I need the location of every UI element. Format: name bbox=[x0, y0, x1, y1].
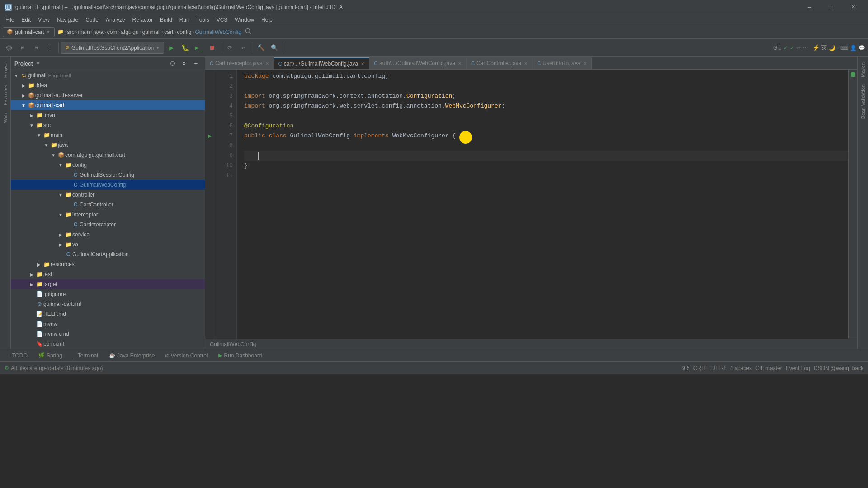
tree-item-test[interactable]: ▶ 📁 test bbox=[11, 269, 205, 279]
run-config-selector[interactable]: ⚙ GulimallTestSsoClient2Application ▼ bbox=[61, 42, 164, 54]
toolbar-expand[interactable]: ⊞ bbox=[16, 42, 29, 54]
tab-close-btn[interactable]: ✕ bbox=[265, 61, 269, 66]
tree-item-mvnw[interactable]: ▶ 📄 mvnw bbox=[11, 319, 205, 329]
tree-item-resources[interactable]: ▶ 📁 resources bbox=[11, 259, 205, 269]
menu-help[interactable]: Help bbox=[258, 16, 276, 24]
tree-item-target[interactable]: ▶ 📁 target bbox=[11, 279, 205, 289]
tab-close-btn[interactable]: ✕ bbox=[524, 61, 528, 66]
menu-vcs[interactable]: VCS bbox=[213, 16, 231, 24]
sidebar-tab-web[interactable]: Web bbox=[1, 109, 10, 127]
tree-item-service[interactable]: ▶ 📁 service bbox=[11, 230, 205, 239]
editor-tab-cart-interceptor[interactable]: C CartInterceptor.java ✕ bbox=[205, 57, 274, 69]
stop-button[interactable]: ⏹ bbox=[206, 42, 218, 54]
breadcrumb-src[interactable]: 📁 bbox=[57, 29, 64, 35]
code-content[interactable]: package com.atguigu.gulimall.cart.config… bbox=[237, 70, 848, 339]
tree-item-mvn[interactable]: ▶ 📁 .mvn bbox=[11, 110, 205, 120]
sidebar-tab-favorites[interactable]: Favorites bbox=[1, 81, 10, 109]
menu-refactor[interactable]: Refactor bbox=[129, 16, 156, 24]
breadcrumb-main[interactable]: main bbox=[78, 29, 90, 35]
tree-item-gitignore[interactable]: ▶ 📄 .gitignore bbox=[11, 289, 205, 299]
tree-item-java[interactable]: ▼ 📁 java bbox=[11, 140, 205, 150]
tree-item-idea[interactable]: ▶ 📁 .idea bbox=[11, 80, 205, 90]
breadcrumb-atguigu[interactable]: atguigu bbox=[121, 29, 138, 35]
status-git[interactable]: Git: master bbox=[755, 365, 782, 371]
tree-item-controller[interactable]: ▼ 📁 controller bbox=[11, 190, 205, 200]
project-path-label[interactable]: 📦 gulimall-cart ▼ bbox=[3, 27, 55, 37]
toolbar-more[interactable]: ⋮ bbox=[43, 42, 56, 54]
menu-analyze[interactable]: Analyze bbox=[102, 16, 129, 24]
tree-item-cart[interactable]: ▼ 📦 gulimall-cart bbox=[11, 100, 205, 110]
tree-item-iml[interactable]: ▶ ⚙ gulimall-cart.iml bbox=[11, 299, 205, 309]
sidebar-settings[interactable]: ⚙ bbox=[179, 58, 189, 69]
tree-item-mvnw-cmd[interactable]: ▶ 📄 mvnw.cmd bbox=[11, 329, 205, 339]
tree-item-auth-server[interactable]: ▶ 📦 gulimall-auth-server bbox=[11, 90, 205, 100]
tree-item-config[interactable]: ▼ 📁 config bbox=[11, 160, 205, 170]
tree-item-session-config[interactable]: ▶ C GulimallSessionConfig bbox=[11, 170, 205, 180]
menu-view[interactable]: View bbox=[34, 16, 53, 24]
maximize-button[interactable]: □ bbox=[821, 0, 842, 14]
menu-edit[interactable]: Edit bbox=[18, 16, 34, 24]
status-encoding[interactable]: UTF-8 bbox=[711, 365, 726, 371]
tree-item-cart-controller[interactable]: ▶ C CartController bbox=[11, 200, 205, 210]
editor-tab-auth-web-config[interactable]: C auth\...\GulimallWebConfig.java ✕ bbox=[369, 57, 467, 69]
sidebar-tab-bean-validation[interactable]: Bean Validation bbox=[859, 81, 868, 122]
tree-item-src[interactable]: ▼ 📁 src bbox=[11, 120, 205, 130]
tree-item-main[interactable]: ▼ 📁 main bbox=[11, 130, 205, 140]
tab-close-btn[interactable]: ✕ bbox=[361, 61, 364, 66]
editor-tab-user-info[interactable]: C UserInfoTo.java ✕ bbox=[533, 57, 591, 69]
run-with-coverage[interactable]: ▶̲ bbox=[192, 42, 205, 54]
editor-tab-cart-controller[interactable]: C CartController.java ✕ bbox=[467, 57, 533, 69]
code-line-9[interactable] bbox=[244, 151, 848, 161]
minimize-button[interactable]: ─ bbox=[799, 0, 820, 14]
tree-item-gulimall[interactable]: ▼ 🗂 gulimall F:\gulimall bbox=[11, 70, 205, 80]
search-icon-btn[interactable] bbox=[245, 28, 251, 36]
sidebar-minimize[interactable]: ─ bbox=[190, 58, 201, 69]
bottom-tab-run-dashboard[interactable]: ▶ Run Dashboard bbox=[214, 350, 266, 361]
tree-item-help[interactable]: ▶ 📝 HELP.md bbox=[11, 309, 205, 319]
breadcrumb-com[interactable]: com bbox=[107, 29, 118, 35]
toolbar-undo[interactable]: ↶ bbox=[237, 42, 250, 54]
breadcrumb-gulimall[interactable]: gulimall bbox=[142, 29, 161, 35]
tree-item-pom[interactable]: ▶ 🔖 pom.xml bbox=[11, 339, 205, 349]
tree-item-interceptor[interactable]: ▼ 📁 interceptor bbox=[11, 210, 205, 220]
toolbar-inspect[interactable]: 🔍 bbox=[268, 42, 281, 54]
breadcrumb-file[interactable]: GulimallWebConfig bbox=[195, 29, 241, 35]
menu-file[interactable]: File bbox=[2, 16, 18, 24]
editor-tab-web-config[interactable]: C cart\...\GulimallWebConfig.java ✕ bbox=[274, 57, 369, 69]
gutter-run-button[interactable]: ▶ bbox=[205, 131, 215, 141]
toolbar-sync[interactable]: ⟳ bbox=[223, 42, 236, 54]
menu-tools[interactable]: Tools bbox=[193, 16, 213, 24]
debug-button[interactable]: 🐛 bbox=[179, 42, 191, 54]
status-cursor[interactable]: 9:5 bbox=[682, 365, 690, 371]
sidebar-tab-maven[interactable]: Maven bbox=[859, 59, 868, 81]
toolbar-settings[interactable] bbox=[3, 42, 15, 54]
breadcrumb-src-text[interactable]: src bbox=[67, 29, 75, 35]
breadcrumb-java[interactable]: java bbox=[94, 29, 104, 35]
menu-navigate[interactable]: Navigate bbox=[53, 16, 82, 24]
run-button[interactable]: ▶ bbox=[165, 42, 178, 54]
bottom-tab-java-enterprise[interactable]: ☕ Java Enterprise bbox=[104, 350, 159, 361]
menu-code[interactable]: Code bbox=[82, 16, 102, 24]
menu-run[interactable]: Run bbox=[176, 16, 193, 24]
sidebar-locate[interactable] bbox=[167, 58, 178, 69]
sidebar-tab-project[interactable]: Project bbox=[1, 59, 10, 81]
tree-item-cart-interceptor[interactable]: ▶ C CartInterceptor bbox=[11, 220, 205, 230]
status-event-log[interactable]: Event Log bbox=[786, 365, 810, 371]
tab-close-btn[interactable]: ✕ bbox=[583, 61, 587, 66]
sidebar-dropdown[interactable]: ▼ bbox=[37, 61, 40, 66]
bottom-tab-todo[interactable]: ≡ TODO bbox=[3, 350, 32, 361]
close-button[interactable]: ✕ bbox=[843, 0, 863, 14]
tab-close-btn[interactable]: ✕ bbox=[458, 61, 462, 66]
bottom-tab-terminal[interactable]: _ Terminal bbox=[69, 350, 103, 361]
bottom-tab-version-control[interactable]: ⑆ Version Control bbox=[161, 350, 212, 361]
menu-build[interactable]: Build bbox=[156, 16, 176, 24]
bottom-tab-spring[interactable]: 🌿 Spring bbox=[34, 350, 67, 361]
breadcrumb-config[interactable]: config bbox=[177, 29, 191, 35]
breadcrumb-cart[interactable]: cart bbox=[164, 29, 173, 35]
tree-item-package[interactable]: ▼ 📦 com.atguigu.gulimall.cart bbox=[11, 150, 205, 160]
toolbar-build[interactable]: 🔨 bbox=[255, 42, 267, 54]
tree-item-web-config[interactable]: ▶ C GulimallWebConfig bbox=[11, 180, 205, 190]
status-line-ending[interactable]: CRLF bbox=[693, 365, 708, 371]
tree-item-cart-app[interactable]: ▶ C GulimallCartApplication bbox=[11, 249, 205, 259]
tree-item-vo[interactable]: ▶ 📁 vo bbox=[11, 239, 205, 249]
